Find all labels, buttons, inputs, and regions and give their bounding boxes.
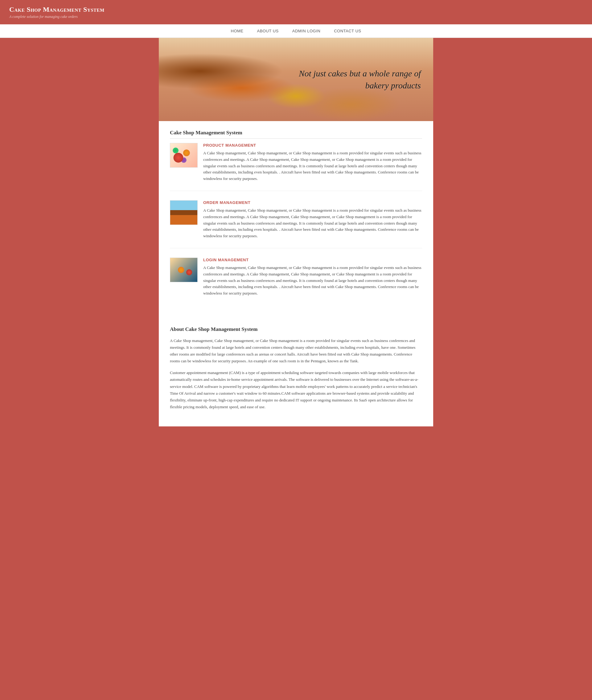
nav-item-home[interactable]: HOME [224, 24, 250, 38]
hero-text-line2: bakery products [365, 81, 421, 90]
feature-product-management: PRODUCT MANAGEMENT A Cake Shop managemen… [170, 143, 422, 191]
feature-text-product: A Cake Shop management, Cake Shop manage… [203, 150, 422, 182]
feature-content-order: ORDER MANAGEMENT A Cake Shop management,… [203, 200, 422, 239]
feature-image-login [170, 258, 198, 282]
feature-order-management: ORDER MANAGEMENT A Cake Shop management,… [170, 200, 422, 248]
about-paragraph-1: A Cake Shop management, Cake Shop manage… [170, 337, 422, 365]
site-title: Cake Shop Management System [9, 6, 583, 13]
feature-text-login: A Cake Shop management, Cake Shop manage… [203, 265, 422, 297]
feature-content-login: LOGIN MANAGEMENT A Cake Shop management,… [203, 258, 422, 297]
site-subtitle: A complete solution for managing cake or… [9, 14, 583, 19]
feature-image-product [170, 143, 198, 168]
nav-item-admin[interactable]: ADMIN LOGIN [286, 24, 327, 38]
feature-title-product: PRODUCT MANAGEMENT [203, 143, 422, 148]
hero-banner: Not just cakes but a whole range of bake… [159, 38, 433, 121]
hero-text-line1: Not just cakes but a whole range of [299, 69, 421, 78]
hero-text: Not just cakes but a whole range of bake… [299, 67, 433, 92]
feature-title-order: ORDER MANAGEMENT [203, 200, 422, 205]
nav-bar: HOME ABOUT US ADMIN LOGIN CONTACT US [0, 23, 592, 38]
feature-image-order [170, 200, 198, 225]
feature-content-product: PRODUCT MANAGEMENT A Cake Shop managemen… [203, 143, 422, 182]
about-section: About Cake Shop Management System A Cake… [159, 323, 433, 426]
feature-login-management: LOGIN MANAGEMENT A Cake Shop management,… [170, 258, 422, 305]
content-section: Cake Shop Management System PRODUCT MANA… [159, 121, 433, 323]
content-box: Not just cakes but a whole range of bake… [159, 38, 433, 426]
about-paragraph-2: Customer appointment management (CAM) is… [170, 369, 422, 411]
hero-banner-inner: Not just cakes but a whole range of bake… [159, 38, 433, 121]
site-header: Cake Shop Management System A complete s… [0, 0, 592, 23]
nav-item-contact[interactable]: CONTACT US [327, 24, 368, 38]
nav-item-about[interactable]: ABOUT US [250, 24, 286, 38]
nav-link-home[interactable]: HOME [224, 24, 250, 38]
about-heading: About Cake Shop Management System [170, 323, 422, 332]
nav-link-contact[interactable]: CONTACT US [327, 24, 368, 38]
feature-text-order: A Cake Shop management, Cake Shop manage… [203, 207, 422, 239]
feature-title-login: LOGIN MANAGEMENT [203, 258, 422, 262]
nav-list: HOME ABOUT US ADMIN LOGIN CONTACT US [0, 24, 592, 38]
main-wrapper: Not just cakes but a whole range of bake… [0, 38, 592, 436]
nav-link-admin[interactable]: ADMIN LOGIN [286, 24, 327, 38]
main-section-title: Cake Shop Management System [170, 130, 422, 139]
nav-link-about[interactable]: ABOUT US [250, 24, 286, 38]
